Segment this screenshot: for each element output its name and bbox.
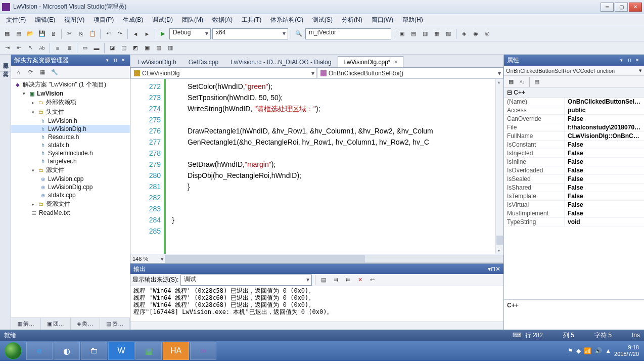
menu-build[interactable]: 生成(B) — [119, 15, 147, 25]
output-icon-3[interactable]: ⇇ — [343, 275, 353, 285]
vtab-toolbox[interactable]: 工具箱 — [0, 63, 11, 72]
code-content[interactable]: SetColor(hWndID,"green"); SetTposition(h… — [166, 79, 495, 254]
tree-file[interactable]: hResource.h — [11, 133, 130, 141]
menu-team[interactable]: 团队(M) — [178, 15, 207, 25]
save-all-icon[interactable]: 🗎 — [49, 29, 59, 39]
cut-icon[interactable]: ✂ — [64, 29, 74, 39]
menu-tools[interactable]: 工具(T) — [238, 15, 265, 25]
tree-solution[interactable]: ◆解决方案 "LwVision" (1 个项目) — [11, 80, 130, 89]
tb-icon-3[interactable]: ▥ — [420, 29, 430, 39]
task-explorer[interactable]: 🗀 — [81, 342, 107, 360]
sol-properties-icon[interactable]: 🔧 — [50, 67, 60, 77]
output-body[interactable]: 线程 'Win64 线程' (0x28c58) 已退出，返回值为 0 (0x0)… — [130, 286, 503, 322]
tree-file[interactable]: hLwVision.h — [11, 117, 130, 125]
btab-class[interactable]: ◈类… — [71, 318, 101, 330]
task-vs[interactable]: ∞ — [190, 342, 216, 360]
zoom-combo[interactable]: 146 % — [130, 256, 165, 262]
output-pin-icon[interactable]: ⊓ — [491, 265, 495, 272]
props-grid[interactable]: ⊟ C++(Name)OnBnClickedButtonSelRoiAccess… — [504, 88, 644, 299]
tb2-icon-1[interactable]: ◫ — [119, 43, 129, 53]
tree-headers[interactable]: ▾🗀头文件 — [11, 107, 130, 117]
hscrollbar[interactable] — [165, 255, 503, 263]
btab-resource[interactable]: ▤资… — [100, 318, 130, 330]
minimize-button[interactable]: ━ — [601, 3, 614, 12]
output-close-icon[interactable]: ✕ — [495, 265, 500, 272]
menu-arch[interactable]: 体系结构(C) — [266, 15, 307, 25]
cursor-icon[interactable]: ↖ — [25, 43, 35, 53]
tb-icon-1[interactable]: ▣ — [397, 29, 407, 39]
tab-lwvisiondlg-cpp[interactable]: LwVisionDlg.cpp*✕ — [338, 56, 403, 67]
tb2-icon-2[interactable]: ◩ — [130, 43, 141, 53]
save-icon[interactable]: 💾 — [37, 29, 47, 39]
start-debug-icon[interactable]: ▶ — [158, 29, 168, 39]
tree-resources[interactable]: ▸🗀资源文件 — [11, 199, 130, 209]
comment-icon[interactable]: ▭ — [80, 43, 90, 53]
platform-combo[interactable]: x64 — [212, 28, 288, 39]
tb-icon-4[interactable]: ▦ — [432, 29, 442, 39]
nav-back-icon[interactable]: ◄ — [130, 29, 141, 39]
tab-getdis-cpp[interactable]: GetDis.cpp — [183, 56, 224, 67]
props-cat-icon[interactable]: ▦ — [506, 77, 516, 87]
tab-lwvisiondlg-h[interactable]: LwVisionDlg.h — [132, 56, 182, 67]
btab-team[interactable]: ▣团… — [41, 318, 71, 330]
code-editor[interactable]: 2722732742752762772782792802812822832842… — [130, 79, 503, 254]
menu-project[interactable]: 项目(P) — [89, 15, 118, 25]
system-tray[interactable]: ⚑ ◆ 📶 🔊 ▲ 9:182018/7/20 — [564, 344, 643, 357]
tray-icon[interactable]: ◆ — [576, 347, 581, 354]
props-close-icon[interactable]: ✕ — [634, 57, 641, 64]
panel-pin-icon[interactable]: ⊓ — [112, 57, 119, 64]
tray-icon[interactable]: 📶 — [584, 347, 591, 354]
menu-file[interactable]: 文件(F) — [2, 15, 30, 25]
tb-icon-6[interactable]: ◈ — [459, 29, 469, 39]
menu-analyze[interactable]: 分析(N) — [338, 15, 366, 25]
props-pages-icon[interactable]: ▤ — [532, 77, 542, 87]
bookmark-icon[interactable]: ◪ — [107, 43, 117, 53]
config-combo[interactable]: Debug — [169, 28, 211, 39]
menu-edit[interactable]: 编辑(E) — [31, 15, 59, 25]
vscroll-thumb[interactable] — [496, 236, 503, 245]
close-button[interactable]: ✕ — [629, 3, 642, 12]
tree-file[interactable]: hstdafx.h — [11, 141, 130, 149]
tab-close-icon[interactable]: ✕ — [394, 59, 398, 65]
paste-icon[interactable]: 📋 — [87, 29, 98, 39]
tb-icon-2[interactable]: ▤ — [408, 29, 419, 39]
tray-flag-icon[interactable]: ⚑ — [568, 347, 573, 354]
indent-lines-icon[interactable]: ≣ — [64, 43, 74, 53]
uncomment-icon[interactable]: ▬ — [91, 43, 102, 53]
tb2-icon-3[interactable]: ▣ — [142, 43, 152, 53]
member-combo[interactable]: OnBnClickedButtonSelRoi() — [317, 68, 503, 78]
task-ie[interactable]: e — [26, 342, 53, 360]
tree-project[interactable]: ▾▣LwVision — [11, 89, 130, 98]
tree-file-selected[interactable]: hLwVisionDlg.h — [11, 125, 130, 133]
tb2-icon-4[interactable]: ▤ — [154, 43, 164, 53]
props-pin-icon[interactable]: ⊓ — [626, 57, 633, 64]
menu-help[interactable]: 帮助(H) — [398, 15, 427, 25]
find-in-files-icon[interactable]: 🔍 — [294, 29, 304, 39]
tree-file[interactable]: hSystemInclude.h — [11, 149, 130, 157]
task-app2[interactable]: ▦ — [135, 342, 162, 360]
redo-icon[interactable]: ↷ — [115, 29, 125, 39]
tab-dialog[interactable]: LwVision.rc - ID...N_DIALOG - Dialog — [225, 56, 337, 67]
tb-icon-7[interactable]: ◉ — [471, 29, 481, 39]
ab-icon[interactable]: Ab — [37, 43, 47, 53]
props-dropdown-icon[interactable]: ▾ — [618, 57, 625, 64]
vscrollbar[interactable]: ▴ ▾ — [495, 79, 503, 254]
output-icon-1[interactable]: ▤ — [318, 275, 329, 285]
btab-solution[interactable]: ▦解… — [11, 318, 41, 330]
output-hscroll[interactable] — [130, 322, 503, 330]
copy-icon[interactable]: ⎘ — [76, 29, 86, 39]
props-subject[interactable]: OnBnClickedButtonSelRoi VCCodeFunction▾ — [504, 66, 644, 76]
menu-debug[interactable]: 调试(D) — [148, 15, 177, 25]
tree-file[interactable]: htargetver.h — [11, 157, 130, 165]
tb-icon-8[interactable]: ◎ — [482, 29, 492, 39]
start-button[interactable] — [1, 342, 25, 360]
panel-close-icon[interactable]: ✕ — [120, 57, 127, 64]
menu-data[interactable]: 数据(A) — [208, 15, 237, 25]
new-project-icon[interactable]: ▦ — [2, 29, 12, 39]
add-item-icon[interactable]: ▤ — [14, 29, 24, 39]
find-input[interactable]: m_tVector — [305, 28, 391, 39]
menu-view[interactable]: 视图(V) — [60, 15, 88, 25]
task-app1[interactable]: ◐ — [54, 342, 80, 360]
props-az-icon[interactable]: A↓ — [517, 77, 527, 87]
menu-window[interactable]: 窗口(W) — [367, 15, 397, 25]
